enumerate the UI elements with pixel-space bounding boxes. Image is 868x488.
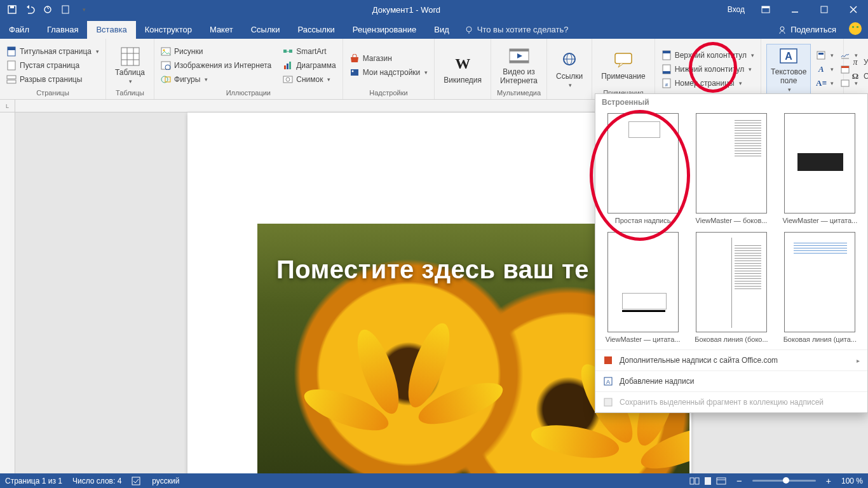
svg-rect-3 (62, 6, 69, 13)
draw-text-box[interactable]: A Добавление надписи (595, 370, 867, 391)
my-addins-button[interactable]: Мои надстройки (348, 67, 430, 78)
gallery-item-viewmaster-side[interactable]: ViewMaster — боков... (693, 113, 770, 224)
group-wikipedia: W Википедия (435, 39, 491, 99)
share-icon (778, 25, 787, 34)
svg-rect-54 (817, 51, 825, 59)
svg-rect-45 (615, 53, 632, 64)
svg-rect-67 (705, 477, 711, 485)
qat-customize[interactable] (75, 1, 92, 18)
status-words[interactable]: Число слов: 4 (72, 477, 121, 485)
sign-in-link[interactable]: Вход (721, 5, 751, 14)
shapes-button[interactable]: Фигуры (159, 74, 273, 85)
svg-rect-32 (284, 65, 286, 69)
zoom-in-icon[interactable]: + (826, 476, 831, 486)
footer-icon (661, 64, 672, 74)
zoom-level[interactable]: 100 % (841, 477, 863, 485)
table-button[interactable]: Таблица (111, 45, 149, 86)
svg-rect-66 (695, 478, 699, 484)
tab-mail[interactable]: Рассылки (288, 21, 343, 39)
smartart-button[interactable]: SmartArt (281, 46, 337, 57)
save-gallery-icon (603, 397, 613, 407)
status-language[interactable]: русский (152, 477, 179, 485)
undo-icon[interactable] (22, 1, 38, 18)
zoom-slider[interactable] (752, 480, 816, 482)
tab-refs[interactable]: Ссылки (242, 21, 289, 39)
text-box-button[interactable]: A Текстовое поле (766, 44, 811, 95)
status-page[interactable]: Страница 1 из 1 (5, 477, 62, 485)
gallery-item-simple[interactable]: Простая надпись (604, 113, 681, 224)
more-textboxes-office[interactable]: Дополнительные надписи с сайта Office.co… (595, 349, 867, 370)
blank-page-button[interactable]: Пустая страница (5, 60, 100, 71)
svg-point-24 (163, 49, 165, 51)
quick-parts-icon (816, 50, 826, 60)
pictures-button[interactable]: Рисунки (159, 46, 273, 57)
online-video-button[interactable]: Видео из Интернета (496, 44, 541, 86)
pictures-icon (161, 46, 171, 57)
view-buttons (689, 477, 726, 485)
feedback-smiley-icon[interactable] (849, 22, 862, 35)
read-mode-icon[interactable] (689, 477, 700, 485)
vertical-ruler[interactable] (0, 112, 15, 473)
shapes-icon (161, 74, 171, 85)
gallery-item-viewmaster-quote2[interactable]: ViewMaster — цитата... (604, 232, 681, 343)
svg-rect-29 (283, 50, 287, 53)
store-icon (349, 53, 360, 64)
svg-rect-37 (351, 69, 358, 76)
quick-parts-button[interactable] (815, 50, 835, 61)
screenshot-button[interactable]: Снимок (281, 74, 337, 85)
status-proof-icon[interactable] (132, 477, 142, 485)
new-doc-icon[interactable] (57, 1, 74, 18)
tab-layout[interactable]: Макет (201, 21, 242, 39)
web-layout-icon[interactable] (716, 477, 726, 485)
gallery-item-sideline-quote[interactable]: Боковая линия (цита... (782, 232, 858, 343)
gallery-item-sideline[interactable]: Боковая линия (боко... (693, 232, 770, 343)
wordart-button[interactable]: A (815, 64, 835, 75)
chart-button[interactable]: Диаграмма (281, 60, 337, 71)
smartart-icon (283, 46, 293, 57)
tab-review[interactable]: Рецензирование (344, 21, 425, 39)
drop-cap-button[interactable]: A≡ (815, 78, 835, 89)
minimize-icon[interactable] (780, 0, 810, 19)
tell-me-search[interactable]: Что вы хотите сделать? (458, 25, 575, 39)
wordart-icon: A (816, 64, 826, 74)
page-break-icon (6, 74, 17, 85)
page-number-button[interactable]: #Номер страницы (660, 78, 756, 89)
share-button[interactable]: Поделиться (769, 21, 845, 39)
ribbon-display-icon[interactable] (751, 0, 780, 19)
group-tables: Таблица Таблицы (106, 39, 154, 99)
window-controls (751, 0, 868, 19)
group-addins: Магазин Мои надстройки Надстройки (343, 39, 435, 99)
tab-design[interactable]: Конструктор (136, 21, 201, 39)
tab-insert[interactable]: Вставка (87, 21, 135, 39)
group-header-footer: Верхний колонтитул Нижний колонтитул #Но… (655, 39, 761, 99)
tab-home[interactable]: Главная (38, 21, 87, 39)
equation-button[interactable]: πУравнение (849, 57, 868, 68)
wikipedia-button[interactable]: W Википедия (440, 53, 485, 86)
maximize-icon[interactable] (810, 0, 839, 19)
online-pictures-icon (161, 60, 171, 71)
tab-view[interactable]: Вид (425, 21, 458, 39)
header-button[interactable]: Верхний колонтитул (660, 50, 756, 61)
page-break-button[interactable]: Разрыв страницы (5, 74, 100, 85)
header-icon (661, 50, 672, 60)
svg-rect-63 (604, 398, 612, 406)
comment-button[interactable]: Примечание (597, 49, 649, 82)
tab-file[interactable]: Файл (0, 21, 38, 39)
online-pictures-button[interactable]: Изображения из Интернета (159, 60, 273, 71)
symbol-button[interactable]: ΩСимвол (849, 71, 868, 82)
save-icon[interactable] (4, 1, 20, 18)
zoom-out-icon[interactable]: − (736, 475, 742, 486)
footer-button[interactable]: Нижний колонтитул (660, 64, 756, 75)
status-bar: Страница 1 из 1 Число слов: 4 русский − … (0, 473, 868, 488)
save-selection-to-gallery: Сохранить выделенный фрагмент в коллекци… (595, 391, 867, 412)
text-box-gallery: Встроенный Простая надпись ViewMaster — … (595, 93, 868, 413)
print-layout-icon[interactable] (703, 477, 712, 485)
cover-page-button[interactable]: Титульная страница (5, 46, 100, 57)
text-box-icon: A (778, 46, 799, 66)
store-button[interactable]: Магазин (348, 53, 430, 64)
close-icon[interactable] (839, 0, 868, 19)
links-button[interactable]: Ссылки (552, 49, 587, 90)
gallery-item-viewmaster-quote[interactable]: ViewMaster — цитата... (782, 113, 858, 224)
redo-icon[interactable] (39, 1, 56, 18)
symbol-icon: Ω (850, 71, 860, 81)
